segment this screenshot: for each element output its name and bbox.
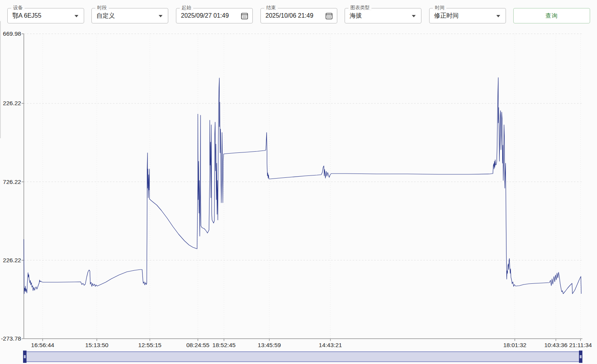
datazoom-track[interactable] bbox=[23, 351, 582, 362]
query-toolbar: 设备 鄂A 6EJ55 时段 自定义 起始 2025/09/27 01:49 结… bbox=[0, 0, 597, 31]
chevron-down-icon bbox=[159, 15, 163, 17]
end-datetime-value: 2025/10/06 21:49 bbox=[265, 8, 313, 23]
time-mode-select[interactable]: 时间 修正时间 bbox=[429, 8, 506, 23]
datazoom-slider[interactable] bbox=[23, 351, 582, 363]
start-datetime-value: 2025/09/27 01:49 bbox=[181, 8, 229, 23]
period-select-value: 自定义 bbox=[96, 8, 115, 23]
y-axis-label: 726.22 bbox=[3, 179, 21, 185]
device-select[interactable]: 设备 鄂A 6EJ55 bbox=[7, 8, 84, 23]
x-axis-label: 16:56:44 bbox=[31, 342, 55, 348]
y-axis-label: 226.22 bbox=[3, 257, 21, 263]
y-axis-label: 669.98 bbox=[3, 30, 21, 37]
time-mode-value: 修正时间 bbox=[434, 8, 459, 23]
x-axis-label: 15:13:50 bbox=[85, 342, 109, 348]
x-axis-label: 21:11:34 bbox=[569, 342, 592, 348]
calendar-icon[interactable] bbox=[325, 12, 333, 20]
query-button[interactable]: 查询 bbox=[513, 8, 590, 23]
altitude-line-chart[interactable]: 669.98226.22726.22226.22-273.7816:56:441… bbox=[0, 31, 597, 349]
x-axis-label: 18:01:32 bbox=[503, 342, 526, 348]
chart-canvas[interactable]: 669.98226.22726.22226.22-273.7816:56:441… bbox=[0, 31, 597, 349]
x-axis-label: 13:45:59 bbox=[258, 342, 281, 348]
chart-type-value: 海拔 bbox=[350, 8, 362, 23]
end-datetime-field[interactable]: 结束 2025/10/06 21:49 bbox=[260, 8, 337, 23]
handle-grip-icon bbox=[24, 355, 26, 358]
device-select-value: 鄂A 6EJ55 bbox=[12, 8, 41, 23]
datazoom-right-handle[interactable] bbox=[579, 351, 582, 363]
chart-type-select[interactable]: 图表类型 海拔 bbox=[345, 8, 421, 23]
start-datetime-field[interactable]: 起始 2025/09/27 01:49 bbox=[176, 8, 253, 23]
altitude-line-series bbox=[24, 78, 581, 294]
handle-grip-icon bbox=[580, 355, 582, 358]
calendar-icon[interactable] bbox=[241, 12, 248, 20]
x-axis-label: 12:55:15 bbox=[138, 342, 161, 348]
period-select[interactable]: 时段 自定义 bbox=[91, 8, 168, 23]
x-axis-label: 10:43:36 bbox=[544, 342, 567, 348]
vehicle-telemetry-page: 设备 鄂A 6EJ55 时段 自定义 起始 2025/09/27 01:49 结… bbox=[0, 0, 597, 364]
datazoom-left-handle[interactable] bbox=[23, 351, 27, 363]
x-axis-label: 08:24:55 bbox=[186, 342, 209, 348]
y-axis-label: -273.78 bbox=[1, 335, 21, 342]
chevron-down-icon bbox=[412, 15, 416, 17]
chevron-down-icon bbox=[496, 15, 500, 17]
x-axis-label: 18:52:45 bbox=[212, 342, 235, 348]
chevron-down-icon bbox=[75, 15, 78, 17]
y-axis-label: 226.22 bbox=[3, 100, 21, 106]
x-axis-label: 14:43:21 bbox=[319, 342, 342, 348]
